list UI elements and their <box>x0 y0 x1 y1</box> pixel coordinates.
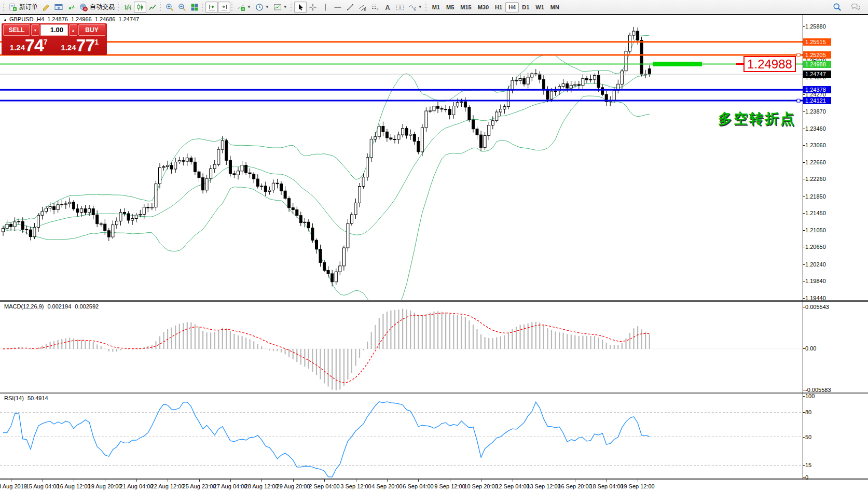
price-level-label: 1.25205 <box>803 51 831 59</box>
time-label: 6 Sep 04:00 <box>403 483 433 489</box>
terminal-button[interactable] <box>52 2 65 13</box>
timeframe-m15-button[interactable]: M15 <box>457 2 474 12</box>
price-level-label: 1.24378 <box>803 86 831 93</box>
time-label: 21 Aug 04:00 <box>120 483 154 489</box>
toolbar-grip <box>231 3 233 12</box>
buy-price[interactable]: 1.24 77 1 <box>54 36 106 54</box>
sell-button[interactable]: SELL <box>3 24 30 36</box>
buy-price-big: 77 <box>76 37 95 53</box>
text-button[interactable]: A <box>381 2 394 13</box>
fibonacci-button[interactable]: F <box>369 2 381 13</box>
macd-name: MACD(12,26,9) <box>4 303 44 310</box>
buy-button[interactable]: BUY <box>78 24 105 36</box>
tiles-button[interactable] <box>188 2 201 13</box>
crosshair-button[interactable] <box>307 2 319 13</box>
price-tick: 1.22660 <box>805 159 826 166</box>
macd-plot[interactable] <box>0 302 803 392</box>
axis-tick-mark <box>803 412 805 413</box>
timeframe-m30-button[interactable]: M30 <box>475 2 492 12</box>
axis-tick-mark <box>803 348 805 349</box>
price-tick: 1.23870 <box>805 108 826 115</box>
signals-icon <box>67 3 75 11</box>
toolbar-grip <box>290 3 293 12</box>
line-handle[interactable] <box>797 99 800 102</box>
highlight-bar[interactable] <box>653 62 702 66</box>
time-label: 16 Sep 20:00 <box>558 483 591 489</box>
autotrading-icon <box>79 3 88 11</box>
dropdown-arrow-icon[interactable]: ▼ <box>283 5 287 9</box>
price-tick: 1.25880 <box>805 23 826 30</box>
bars-button[interactable] <box>121 2 134 13</box>
time-tick-mark <box>11 480 11 482</box>
time-axis[interactable]: 13 Aug 201915 Aug 04:0016 Aug 12:0019 Au… <box>0 480 868 492</box>
price-callout[interactable]: 1.24988 <box>743 56 796 72</box>
zoom-in-button[interactable] <box>163 2 176 13</box>
timeframe-m1-button[interactable]: M1 <box>429 2 443 12</box>
time-tick-mark <box>293 480 294 482</box>
timeframe-m5-button[interactable]: M5 <box>443 2 457 12</box>
hline-button[interactable] <box>332 2 344 13</box>
rsi-axis-tick: 50 <box>805 434 811 441</box>
time-tick-mark <box>74 480 74 482</box>
trendline-button[interactable] <box>344 2 356 13</box>
indicators-button[interactable]: ▼ <box>235 2 253 13</box>
timeframe-h4-button[interactable]: H4 <box>505 2 519 12</box>
zoom-in-icon <box>166 3 174 11</box>
time-tick-mark <box>356 480 356 482</box>
sell-price[interactable]: 1.24 74 7 <box>3 36 54 54</box>
new-order-button[interactable]: 新订单 <box>7 2 40 13</box>
macd-label: MACD(12,26,9)0.0021940.002592 <box>4 303 102 310</box>
time-label: 16 Aug 12:00 <box>57 483 91 489</box>
linechart-button[interactable] <box>146 2 159 13</box>
time-tick-mark <box>168 480 168 482</box>
zoom-out-button[interactable] <box>176 2 188 13</box>
periods-button[interactable]: ▼ <box>253 2 271 13</box>
search-button[interactable] <box>831 2 844 13</box>
volume-increase-button[interactable]: ▲ <box>69 24 77 36</box>
new-order-icon <box>9 3 17 11</box>
collapse-icon[interactable]: ▲ <box>3 18 7 22</box>
time-label: 27 Aug 04:00 <box>214 483 247 489</box>
price-tick: 1.21450 <box>805 210 826 217</box>
chat-button[interactable] <box>849 2 862 13</box>
price-tick: 1.20240 <box>805 261 826 268</box>
chartshift-button[interactable] <box>218 2 230 13</box>
time-label: 25 Aug 23:00 <box>183 483 216 489</box>
autotrading-button[interactable]: 自动交易 <box>77 2 117 13</box>
cursor-button[interactable] <box>294 2 307 13</box>
price-level-label: 1.24121 <box>803 97 831 104</box>
volume-input[interactable]: 1.00 <box>40 24 68 36</box>
time-tick-mark <box>199 480 200 482</box>
rsi-plot[interactable] <box>0 393 803 478</box>
svg-text:F: F <box>377 7 379 11</box>
channel-icon: E <box>359 3 367 11</box>
rsi-line <box>3 402 650 477</box>
autoscroll-button[interactable] <box>205 2 218 13</box>
timeframe-d1-button[interactable]: D1 <box>519 2 532 12</box>
dropdown-arrow-icon[interactable]: ▼ <box>418 5 422 9</box>
timeframe-w1-button[interactable]: W1 <box>532 2 547 12</box>
dropdown-arrow-icon[interactable]: ▼ <box>247 5 251 9</box>
line-handle[interactable] <box>797 53 800 57</box>
axis-tick-mark <box>803 179 805 179</box>
signals-button[interactable] <box>65 2 77 13</box>
main-chart-plot[interactable] <box>0 15 803 300</box>
toolbar-grip <box>159 3 162 12</box>
timeframe-h1-button[interactable]: H1 <box>492 2 505 12</box>
shapes-button[interactable]: ▼ <box>406 2 424 13</box>
templates-button[interactable]: ▼ <box>271 2 290 13</box>
channel-button[interactable]: E <box>356 2 369 13</box>
toolbar-grip <box>3 3 5 12</box>
time-label: 19 Aug 20:00 <box>88 483 122 489</box>
label-button[interactable]: T <box>394 2 406 13</box>
time-label: 3 Sep 12:00 <box>340 483 371 489</box>
timeframe-mn-button[interactable]: MN <box>547 2 562 12</box>
volume-decrease-button[interactable]: ▼ <box>31 24 39 36</box>
vline-button[interactable] <box>319 2 332 13</box>
editor-button[interactable] <box>40 2 52 13</box>
time-tick-mark <box>544 480 544 482</box>
time-tick-mark <box>261 480 262 482</box>
dropdown-arrow-icon[interactable]: ▼ <box>265 5 269 9</box>
candles-button[interactable] <box>134 2 146 13</box>
mt4-window: 新订单自动交易▼▼▼EFAT▼M1M5M15M30H1H4D1W1MN ▲GBP… <box>0 0 868 492</box>
